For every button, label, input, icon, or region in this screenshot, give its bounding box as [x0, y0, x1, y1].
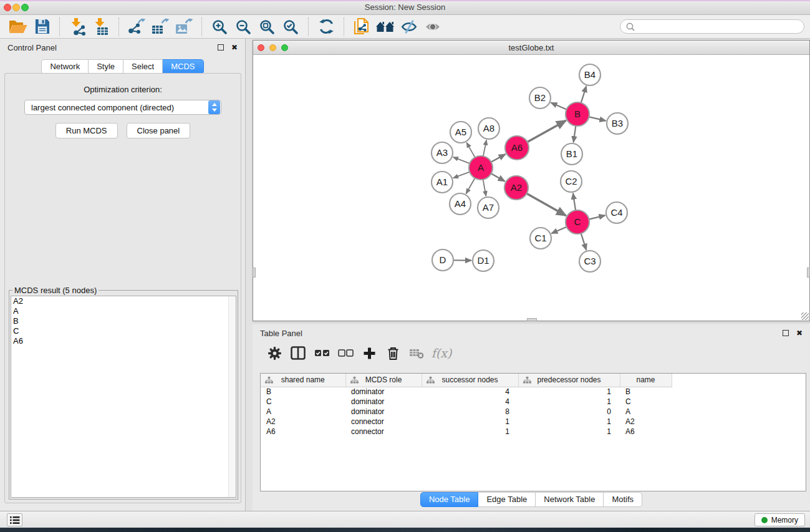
- graph-node-C2[interactable]: C2: [561, 171, 582, 192]
- graph-edge-C-C3[interactable]: [581, 233, 587, 250]
- graph-edge-B-B4[interactable]: [581, 86, 587, 103]
- mcds-result-item[interactable]: A: [11, 306, 236, 316]
- export-image-button[interactable]: [172, 17, 196, 37]
- table-cell[interactable]: dominator: [345, 387, 422, 397]
- graph-node-A5[interactable]: A5: [450, 122, 471, 143]
- close-panel-button[interactable]: Close panel: [127, 123, 191, 138]
- table-row[interactable]: Cdominator41C: [261, 397, 672, 407]
- search-box[interactable]: [620, 19, 804, 34]
- network-canvas[interactable]: AA1A2A3A4A5A6A7A8BB1B2B3B4CC1C2C3C4DD1: [253, 55, 809, 321]
- graph-edge-A-A7[interactable]: [483, 180, 486, 196]
- import-table-button[interactable]: [89, 17, 113, 37]
- zoom-out-button[interactable]: [231, 17, 255, 37]
- table-cell[interactable]: 4: [422, 387, 518, 397]
- minimize-traffic-light[interactable]: [12, 4, 20, 11]
- graph-node-B1[interactable]: B1: [561, 143, 582, 165]
- table-cell[interactable]: 1: [422, 427, 518, 437]
- resize-grip-left[interactable]: [253, 268, 256, 278]
- table-cell[interactable]: B: [620, 387, 672, 397]
- tab-network[interactable]: Network: [41, 59, 89, 74]
- import-network-button[interactable]: [65, 17, 89, 37]
- tab-edge-table[interactable]: Edge Table: [478, 492, 536, 507]
- graph-edge-B-B2[interactable]: [551, 103, 566, 110]
- table-cell[interactable]: 1: [422, 417, 518, 427]
- memory-button[interactable]: Memory: [755, 513, 805, 526]
- column-header-predecessor-nodes[interactable]: predecessor nodes: [518, 374, 620, 387]
- task-history-button[interactable]: [7, 513, 22, 526]
- network-graph[interactable]: AA1A2A3A4A5A6A7A8BB1B2B3B4CC1C2C3C4DD1: [253, 55, 809, 321]
- close-traffic-light[interactable]: [258, 44, 264, 51]
- graph-edge-A-A2[interactable]: [491, 173, 505, 181]
- mcds-result-item[interactable]: A6: [11, 336, 236, 346]
- table-row[interactable]: A6connector11A6: [261, 427, 672, 437]
- zoom-selected-button[interactable]: [279, 17, 302, 37]
- graph-edge-A6-B[interactable]: [528, 120, 566, 142]
- deselect-all-button[interactable]: [335, 343, 356, 363]
- table-cell[interactable]: connector: [345, 417, 422, 427]
- table-cell[interactable]: C: [261, 397, 345, 407]
- close-traffic-light[interactable]: [4, 4, 11, 11]
- table-cell[interactable]: A6: [620, 427, 672, 437]
- network-window-titlebar[interactable]: testGlobe.txt: [253, 41, 809, 55]
- graph-edge-A-A5[interactable]: [466, 143, 475, 158]
- graph-node-A7[interactable]: A7: [478, 197, 499, 218]
- zoom-fit-button[interactable]: [255, 17, 279, 37]
- resize-grip-corner[interactable]: [801, 312, 809, 320]
- destroy-table-button[interactable]: [406, 343, 427, 363]
- table-row[interactable]: Adominator80A: [261, 407, 672, 417]
- graph-node-B4[interactable]: B4: [579, 64, 600, 85]
- column-header-successor-nodes[interactable]: successor nodes: [422, 374, 518, 387]
- graph-node-A6[interactable]: A6: [505, 136, 529, 160]
- minimize-traffic-light[interactable]: [269, 44, 276, 51]
- graph-node-C3[interactable]: C3: [579, 251, 600, 272]
- graph-node-A4[interactable]: A4: [450, 193, 471, 215]
- show-hide-panels-button[interactable]: [374, 17, 397, 37]
- table-cell[interactable]: connector: [345, 427, 422, 437]
- table-cell[interactable]: 1: [518, 387, 620, 397]
- graph-node-C1[interactable]: C1: [530, 228, 551, 249]
- graph-node-C[interactable]: C: [566, 210, 589, 234]
- graph-edge-A-A4[interactable]: [466, 178, 475, 194]
- tab-node-table[interactable]: Node Table: [420, 492, 479, 507]
- graph-edge-B-B3[interactable]: [589, 117, 605, 120]
- open-file-button[interactable]: [6, 17, 30, 37]
- resize-grip-right[interactable]: [807, 268, 810, 278]
- table-cell[interactable]: A: [261, 407, 345, 417]
- delete-column-button[interactable]: [382, 343, 403, 363]
- graph-node-B[interactable]: B: [566, 102, 589, 126]
- table-cell[interactable]: B: [261, 387, 345, 397]
- graph-edge-A2-C[interactable]: [527, 193, 566, 215]
- graph-edge-B-B1[interactable]: [574, 126, 576, 142]
- show-all-button[interactable]: [421, 17, 445, 37]
- graph-node-D[interactable]: D: [432, 249, 453, 271]
- column-header-shared-name[interactable]: shared name: [261, 374, 345, 387]
- hide-selected-button[interactable]: [397, 17, 421, 37]
- search-input[interactable]: [639, 22, 799, 31]
- graph-node-C4[interactable]: C4: [606, 202, 627, 223]
- optimization-criterion-select[interactable]: largest connected component (directed): [24, 100, 221, 115]
- table-row[interactable]: Bdominator41B: [261, 387, 672, 397]
- graph-node-A[interactable]: A: [469, 156, 493, 180]
- close-panel-icon[interactable]: ✖: [231, 44, 238, 51]
- graph-edge-A-A8[interactable]: [483, 140, 486, 157]
- export-table-button[interactable]: [148, 17, 172, 37]
- table-cell[interactable]: 0: [518, 407, 620, 417]
- graph-node-A3[interactable]: A3: [432, 142, 453, 163]
- table-cell[interactable]: A2: [620, 417, 672, 427]
- maximize-traffic-light[interactable]: [281, 44, 288, 51]
- graph-node-B3[interactable]: B3: [607, 113, 628, 134]
- list-scrollbar-track[interactable]: [228, 296, 236, 497]
- new-session-button[interactable]: [350, 17, 374, 37]
- graph-edge-A-A6[interactable]: [491, 154, 506, 162]
- tab-style[interactable]: Style: [89, 59, 123, 74]
- table-cell[interactable]: dominator: [345, 397, 422, 407]
- graph-edge-C-C2[interactable]: [573, 193, 576, 210]
- graph-edge-C-C1[interactable]: [551, 227, 566, 234]
- tab-motifs[interactable]: Motifs: [604, 492, 642, 507]
- mcds-result-item[interactable]: C: [11, 326, 236, 336]
- graph-edge-C-C4[interactable]: [589, 215, 605, 219]
- table-cell[interactable]: A2: [261, 417, 345, 427]
- graph-node-D1[interactable]: D1: [473, 250, 494, 271]
- run-mcds-button[interactable]: Run MCDS: [55, 123, 118, 138]
- table-settings-button[interactable]: [264, 343, 285, 363]
